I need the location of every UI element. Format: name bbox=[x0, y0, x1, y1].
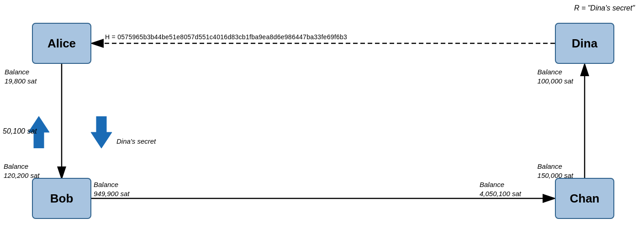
dina-balance-label: Balance 100,000 sat bbox=[538, 68, 573, 85]
dina-node: Dina bbox=[555, 23, 614, 64]
dina-label: Dina bbox=[572, 36, 597, 51]
bob-label: Bob bbox=[50, 192, 74, 206]
h-value-label: H = 0575965b3b44be51e8057d551c4016d83cb1… bbox=[105, 33, 347, 41]
r-secret-label: R = "Dina's secret" bbox=[574, 4, 635, 13]
diagram: Alice Bob Dina Chan R = "Dina's secret" … bbox=[0, 0, 644, 239]
chan-channel-balance-label: Balance 4,050,100 sat bbox=[480, 180, 521, 198]
alice-balance-label: Balance 19,800 sat bbox=[5, 68, 37, 85]
alice-node: Alice bbox=[32, 23, 91, 64]
payment-amount-label: 50,100 sat bbox=[3, 127, 37, 136]
chan-balance-label: Balance 150,000 sat bbox=[538, 162, 573, 180]
bob-node: Bob bbox=[32, 178, 91, 219]
bob-balance-label: Balance 120,200 sat bbox=[4, 162, 39, 180]
chan-label: Chan bbox=[570, 192, 600, 206]
svg-marker-5 bbox=[91, 116, 112, 148]
alice-label: Alice bbox=[48, 36, 76, 51]
bob-channel-balance-label: Balance 949,900 sat bbox=[94, 180, 129, 198]
chan-node: Chan bbox=[555, 178, 614, 219]
secret-up-arrow bbox=[89, 116, 114, 150]
dinas-secret-label: Dina's secret bbox=[116, 137, 156, 146]
